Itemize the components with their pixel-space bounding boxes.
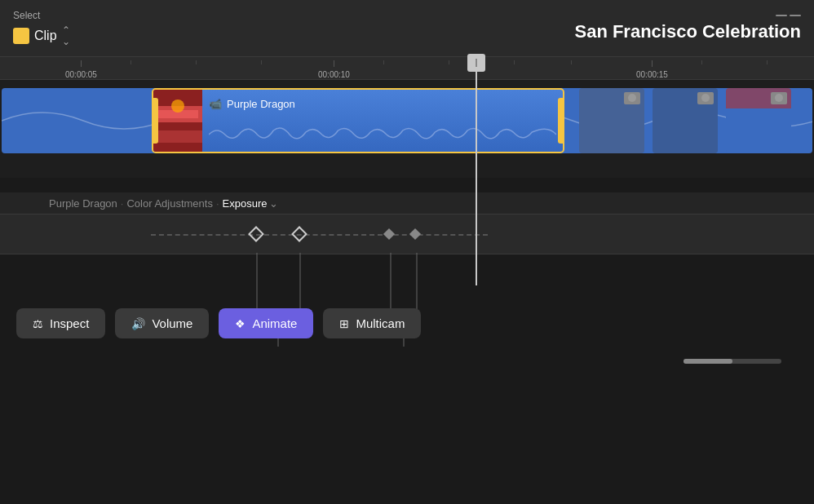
inspect-button[interactable]: ⚖ Inspect [16,308,105,338]
ruler-minor-tick-2 [196,57,197,64]
svg-point-16 [775,94,783,102]
title-area: San Francisco Celebration [574,15,801,42]
animate-label: Animate [252,316,297,330]
breadcrumb-item-2: Color Adjustments [126,197,213,210]
clip-thumbnail-image [153,90,202,152]
ruler-label-5s: 00:00:05 [65,70,97,79]
breadcrumb-sep-1: · [121,197,124,210]
volume-label: Volume [152,316,192,330]
ruler-minor-tick-5 [449,57,449,64]
inspect-label: Inspect [50,316,89,330]
volume-icon: 🔊 [131,317,145,330]
clip-name-text: Purple Dragon [227,98,295,110]
clip-selector-label: Clip [34,29,57,43]
scrollbar-track [683,359,781,364]
ruler-label-15s: 00:00:15 [636,70,668,79]
keyframe-diamond-1[interactable] [248,226,264,242]
animate-icon: ❖ [235,317,246,330]
scrollbar-thumb[interactable] [683,359,732,364]
playhead-handle[interactable] [467,54,485,72]
timeline-ruler: 00:00:05 00:00:10 00:00:15 [0,57,814,80]
connector-lines-overlay [0,249,814,453]
project-title: San Francisco Celebration [574,21,801,42]
keyframe-track [0,214,814,254]
keyframe-diamond-3[interactable] [383,228,395,240]
clip-label: 📹 Purple Dragon [209,98,295,110]
clip-color-icon [13,28,29,44]
animate-button[interactable]: ❖ Animate [219,308,313,338]
ruler-minor-tick-7 [571,57,572,64]
ruler-minor-tick-4 [383,57,384,64]
clip-selector[interactable]: Clip ⌃⌄ [13,24,70,47]
clip-thumbnail [153,90,202,152]
multicam-icon: ⊞ [339,317,349,330]
ruler-minor-tick-6 [514,57,515,64]
playhead[interactable] [476,57,477,285]
tracks-area: 📹 Purple Dragon [0,80,814,178]
scrollbar-area [683,359,781,364]
keyframe-diamond-2[interactable] [291,226,307,242]
multicam-button[interactable]: ⊞ Multicam [323,308,421,338]
select-label: Select [13,10,70,21]
keyframe-diamond-4[interactable] [409,228,421,240]
camera-icon: 📹 [209,98,222,110]
svg-point-4 [171,99,184,113]
keyframe-line [151,234,488,236]
ruler-tick-15s: 00:00:15 [636,57,668,79]
breadcrumb-item-1: Purple Dragon [49,197,117,210]
ruler-minor-tick-3 [261,57,262,64]
top-bar: Select Clip ⌃⌄ San Francisco Celebration [0,0,814,57]
breadcrumb-sep-2: · [216,197,219,210]
ruler-minor-tick-8 [701,57,702,64]
chevron-updown-icon: ⌃⌄ [62,24,70,47]
breadcrumb-chevron-icon[interactable]: ⌄ [269,197,278,210]
ruler-tick-5s: 00:00:05 [65,57,97,79]
volume-button[interactable]: 🔊 Volume [115,308,209,338]
extra-clip-3[interactable] [726,88,791,153]
breadcrumb-item-3: Exposure [223,197,268,210]
svg-point-8 [628,94,636,102]
inspect-icon: ⚖ [33,317,43,330]
clip-trim-handle-right[interactable] [558,98,564,144]
clip-trim-handle-left[interactable] [152,98,158,144]
select-section: Select Clip ⌃⌄ [13,10,70,47]
svg-point-12 [701,94,710,102]
buttons-bar: ⚖ Inspect 🔊 Volume ❖ Animate ⊞ Multicam [0,308,814,338]
ruler-minor-tick-9 [767,57,768,64]
ruler-label-10s: 00:00:10 [318,70,350,79]
extra-clip-1[interactable] [579,88,644,153]
breadcrumb-bar: Purple Dragon · Color Adjustments · Expo… [0,192,814,214]
drag-handle [776,15,801,16]
clip-waveform [209,122,556,147]
ruler-tick-10s: 00:00:10 [318,57,350,79]
svg-rect-3 [153,130,202,143]
selected-clip[interactable]: 📹 Purple Dragon [152,88,564,153]
ruler-inner: 00:00:05 00:00:10 00:00:15 [0,57,814,79]
multicam-label: Multicam [356,316,405,330]
ruler-minor-tick-1 [131,57,131,64]
extra-clip-2[interactable] [653,88,718,153]
